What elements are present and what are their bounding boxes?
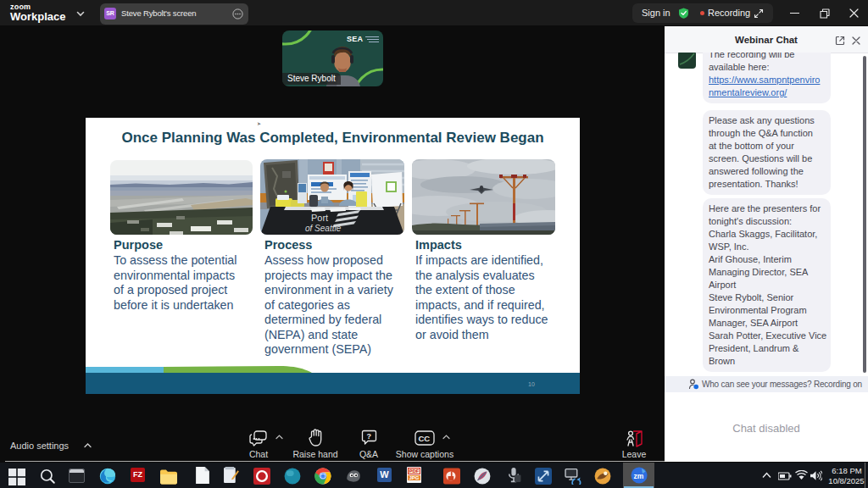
svg-text:CC: CC: [419, 434, 431, 443]
svg-text:Port: Port: [311, 213, 328, 223]
svg-text:zm: zm: [634, 472, 644, 480]
svg-text:10: 10: [528, 381, 535, 387]
svg-text:?: ?: [367, 432, 372, 441]
